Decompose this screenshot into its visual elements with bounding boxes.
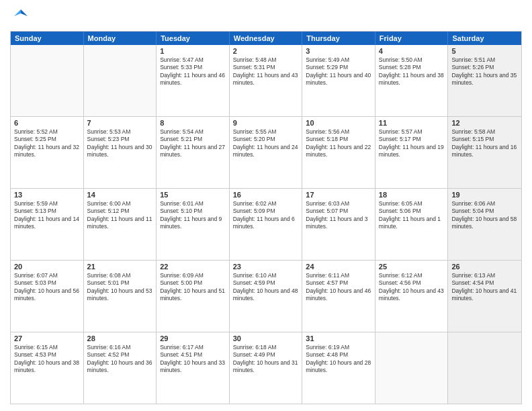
cell-info: Sunrise: 6:09 AM Sunset: 5:00 PM Dayligh… (160, 272, 226, 303)
logo-icon (11, 7, 30, 26)
day-number: 4 (379, 47, 445, 55)
day-number: 14 (87, 191, 153, 199)
cell-info: Sunrise: 5:58 AM Sunset: 5:15 PM Dayligh… (451, 128, 518, 159)
cal-cell: 31Sunrise: 6:19 AM Sunset: 4:48 PM Dayli… (302, 332, 375, 404)
day-number: 6 (14, 119, 80, 127)
day-number: 11 (379, 119, 445, 127)
cal-cell: 18Sunrise: 6:05 AM Sunset: 5:06 PM Dayli… (375, 189, 449, 260)
cal-cell: 30Sunrise: 6:18 AM Sunset: 4:49 PM Dayli… (230, 332, 303, 404)
cell-info: Sunrise: 5:51 AM Sunset: 5:26 PM Dayligh… (451, 56, 518, 87)
day-number: 29 (160, 334, 226, 342)
day-number: 7 (87, 119, 153, 127)
calendar-body: 1Sunrise: 5:47 AM Sunset: 5:33 PM Daylig… (11, 45, 521, 404)
calendar: SundayMondayTuesdayWednesdayThursdayFrid… (10, 31, 522, 404)
day-number: 30 (233, 334, 299, 342)
day-number: 1 (160, 47, 226, 55)
day-of-week-thursday: Thursday (302, 32, 375, 45)
cell-info: Sunrise: 5:55 AM Sunset: 5:20 PM Dayligh… (233, 128, 299, 159)
cell-info: Sunrise: 6:17 AM Sunset: 4:51 PM Dayligh… (160, 344, 226, 375)
cell-info: Sunrise: 6:11 AM Sunset: 4:57 PM Dayligh… (306, 272, 371, 303)
cal-cell: 15Sunrise: 6:01 AM Sunset: 5:10 PM Dayli… (157, 189, 230, 260)
cal-cell: 8Sunrise: 5:54 AM Sunset: 5:21 PM Daylig… (157, 117, 230, 188)
cell-info: Sunrise: 5:53 AM Sunset: 5:23 PM Dayligh… (87, 128, 153, 159)
cell-info: Sunrise: 5:50 AM Sunset: 5:28 PM Dayligh… (379, 56, 445, 87)
cal-cell: 25Sunrise: 6:12 AM Sunset: 4:56 PM Dayli… (375, 261, 449, 332)
cal-cell (84, 45, 157, 116)
cal-cell: 19Sunrise: 6:06 AM Sunset: 5:04 PM Dayli… (448, 189, 521, 260)
calendar-row-4: 27Sunrise: 6:15 AM Sunset: 4:53 PM Dayli… (11, 332, 521, 404)
cal-cell: 17Sunrise: 6:03 AM Sunset: 5:07 PM Dayli… (302, 189, 375, 260)
cell-info: Sunrise: 6:01 AM Sunset: 5:10 PM Dayligh… (160, 200, 226, 231)
cell-info: Sunrise: 5:57 AM Sunset: 5:17 PM Dayligh… (379, 128, 445, 159)
header (10, 7, 522, 26)
day-number: 24 (306, 263, 371, 271)
cell-info: Sunrise: 5:59 AM Sunset: 5:13 PM Dayligh… (14, 200, 80, 231)
cell-info: Sunrise: 6:05 AM Sunset: 5:06 PM Dayligh… (379, 200, 445, 231)
day-number: 10 (306, 119, 371, 127)
day-number: 12 (451, 119, 518, 127)
cell-info: Sunrise: 6:16 AM Sunset: 4:52 PM Dayligh… (87, 344, 153, 375)
cell-info: Sunrise: 6:12 AM Sunset: 4:56 PM Dayligh… (379, 272, 445, 303)
cell-info: Sunrise: 6:03 AM Sunset: 5:07 PM Dayligh… (306, 200, 371, 231)
day-number: 5 (451, 47, 518, 55)
day-of-week-wednesday: Wednesday (230, 32, 303, 45)
cal-cell: 28Sunrise: 6:16 AM Sunset: 4:52 PM Dayli… (84, 332, 157, 404)
day-number: 3 (306, 47, 371, 55)
day-number: 20 (14, 263, 80, 271)
cell-info: Sunrise: 6:02 AM Sunset: 5:09 PM Dayligh… (233, 200, 299, 231)
calendar-header: SundayMondayTuesdayWednesdayThursdayFrid… (11, 32, 521, 45)
cal-cell: 12Sunrise: 5:58 AM Sunset: 5:15 PM Dayli… (448, 117, 521, 188)
cell-info: Sunrise: 5:54 AM Sunset: 5:21 PM Dayligh… (160, 128, 226, 159)
page: SundayMondayTuesdayWednesdayThursdayFrid… (0, 0, 532, 411)
cell-info: Sunrise: 5:52 AM Sunset: 5:25 PM Dayligh… (14, 128, 80, 159)
cell-info: Sunrise: 6:19 AM Sunset: 4:48 PM Dayligh… (306, 344, 371, 375)
cal-cell: 6Sunrise: 5:52 AM Sunset: 5:25 PM Daylig… (11, 117, 84, 188)
day-number: 18 (379, 191, 445, 199)
day-number: 13 (14, 191, 80, 199)
day-number: 19 (451, 191, 518, 199)
day-number: 26 (451, 263, 518, 271)
cell-info: Sunrise: 6:06 AM Sunset: 5:04 PM Dayligh… (451, 200, 518, 231)
cal-cell: 1Sunrise: 5:47 AM Sunset: 5:33 PM Daylig… (157, 45, 230, 116)
day-of-week-friday: Friday (375, 32, 449, 45)
day-of-week-sunday: Sunday (11, 32, 84, 45)
cell-info: Sunrise: 5:48 AM Sunset: 5:31 PM Dayligh… (233, 56, 299, 87)
day-number: 2 (233, 47, 299, 55)
cal-cell: 11Sunrise: 5:57 AM Sunset: 5:17 PM Dayli… (375, 117, 449, 188)
calendar-row-0: 1Sunrise: 5:47 AM Sunset: 5:33 PM Daylig… (11, 45, 521, 116)
calendar-row-2: 13Sunrise: 5:59 AM Sunset: 5:13 PM Dayli… (11, 188, 521, 260)
cal-cell: 26Sunrise: 6:13 AM Sunset: 4:54 PM Dayli… (448, 261, 521, 332)
cal-cell: 21Sunrise: 6:08 AM Sunset: 5:01 PM Dayli… (84, 261, 157, 332)
day-number: 23 (233, 263, 299, 271)
cal-cell: 24Sunrise: 6:11 AM Sunset: 4:57 PM Dayli… (302, 261, 375, 332)
cal-cell (448, 332, 521, 404)
cell-info: Sunrise: 6:00 AM Sunset: 5:12 PM Dayligh… (87, 200, 153, 231)
cell-info: Sunrise: 6:10 AM Sunset: 4:59 PM Dayligh… (233, 272, 299, 303)
day-of-week-saturday: Saturday (448, 32, 521, 45)
cal-cell: 2Sunrise: 5:48 AM Sunset: 5:31 PM Daylig… (230, 45, 303, 116)
day-number: 21 (87, 263, 153, 271)
cell-info: Sunrise: 6:08 AM Sunset: 5:01 PM Dayligh… (87, 272, 153, 303)
cal-cell: 10Sunrise: 5:56 AM Sunset: 5:18 PM Dayli… (302, 117, 375, 188)
day-number: 9 (233, 119, 299, 127)
calendar-row-3: 20Sunrise: 6:07 AM Sunset: 5:03 PM Dayli… (11, 260, 521, 332)
day-number: 15 (160, 191, 226, 199)
cell-info: Sunrise: 6:13 AM Sunset: 4:54 PM Dayligh… (451, 272, 518, 303)
cal-cell: 20Sunrise: 6:07 AM Sunset: 5:03 PM Dayli… (11, 261, 84, 332)
day-number: 27 (14, 334, 80, 342)
cell-info: Sunrise: 6:15 AM Sunset: 4:53 PM Dayligh… (14, 344, 80, 375)
cal-cell: 16Sunrise: 6:02 AM Sunset: 5:09 PM Dayli… (230, 189, 303, 260)
day-of-week-monday: Monday (84, 32, 157, 45)
cal-cell (375, 332, 449, 404)
cal-cell: 23Sunrise: 6:10 AM Sunset: 4:59 PM Dayli… (230, 261, 303, 332)
cal-cell: 13Sunrise: 5:59 AM Sunset: 5:13 PM Dayli… (11, 189, 84, 260)
cell-info: Sunrise: 5:47 AM Sunset: 5:33 PM Dayligh… (160, 56, 226, 87)
cal-cell: 27Sunrise: 6:15 AM Sunset: 4:53 PM Dayli… (11, 332, 84, 404)
cell-info: Sunrise: 5:49 AM Sunset: 5:29 PM Dayligh… (306, 56, 371, 87)
cal-cell: 22Sunrise: 6:09 AM Sunset: 5:00 PM Dayli… (157, 261, 230, 332)
day-number: 22 (160, 263, 226, 271)
cal-cell: 3Sunrise: 5:49 AM Sunset: 5:29 PM Daylig… (302, 45, 375, 116)
cell-info: Sunrise: 6:18 AM Sunset: 4:49 PM Dayligh… (233, 344, 299, 375)
day-number: 31 (306, 334, 371, 342)
cal-cell: 9Sunrise: 5:55 AM Sunset: 5:20 PM Daylig… (230, 117, 303, 188)
